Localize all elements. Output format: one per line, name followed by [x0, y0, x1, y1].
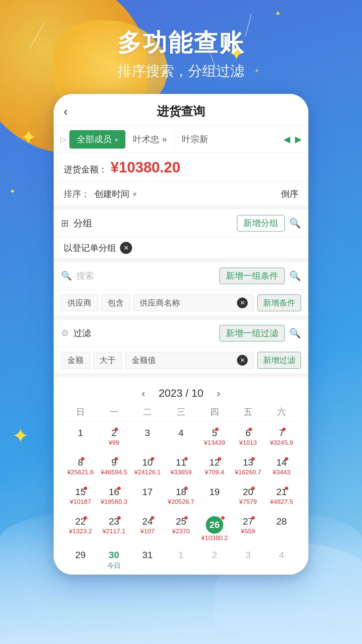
calendar-weekdays: 日 一 二 三 四 五 六 [64, 406, 298, 422]
search-filter-icon[interactable]: 🔍 [289, 270, 301, 281]
calendar-day[interactable]: 18¥20526.7 [164, 482, 198, 512]
calendar-day[interactable]: 1 [64, 423, 97, 452]
group-icon: ⊞ [61, 218, 69, 229]
calendar-day[interactable]: 6¥1013 [231, 423, 265, 452]
calendar-day[interactable]: 13¥16260.7 [231, 452, 265, 482]
calendar-day[interactable]: 11¥33659 [164, 452, 198, 482]
calendar-day[interactable]: 3 [131, 423, 164, 452]
search-label: 搜索 [76, 270, 215, 282]
sort-order[interactable]: 倒序 [281, 188, 298, 200]
calendar-day[interactable]: 1 [164, 545, 198, 575]
calendar-day[interactable]: 8¥25621.6 [64, 452, 97, 482]
filter-field-button[interactable]: 金额 [61, 352, 90, 369]
calendar-day[interactable]: 10¥24126.1 [131, 452, 164, 482]
play-icon: ▷ [60, 135, 66, 144]
calendar-nav: ‹ 2023 / 10 › [64, 384, 298, 406]
group-section-bar: ⊞ 分组 新增分组 🔍 [54, 210, 308, 237]
search-operator-button[interactable]: 包含 [101, 294, 130, 311]
group-tag-row: 以登记单分组 ✕ [54, 237, 308, 259]
calendar-day[interactable]: 7¥3245.9 [265, 423, 298, 452]
top-bar: ‹ 进货查询 [54, 94, 308, 126]
nav-arrows: ◀ ▶ [284, 134, 302, 145]
sort-bar: 排序： 创建时间 ▾ 倒序 [54, 182, 308, 206]
calendar-day[interactable]: 29 [64, 545, 97, 575]
weekday-mon: 一 [97, 406, 131, 418]
calendar-day[interactable]: 14¥3443 [265, 452, 298, 482]
search-value-field[interactable]: 供应商名称 ✕ [133, 294, 254, 311]
calendar-month: 2023 / 10 [159, 387, 203, 399]
search-condition-row: 供应商 包含 供应商名称 ✕ 新增条件 [54, 290, 308, 316]
filter-value-field[interactable]: 金额值 ✕ [125, 352, 254, 369]
filter-label: 过滤 [73, 327, 215, 339]
member-tab-2[interactable]: 叶宗新 [174, 130, 216, 149]
header-area: 多功能查账 排序搜索，分组过滤 [0, 27, 362, 80]
sort-dropdown-icon: ▾ [133, 190, 137, 199]
app-content: ‹ 进货查询 ▷ 全部成员 » 叶术忠 » 叶宗新 ◀ ▶ 进货金额： [54, 94, 308, 575]
calendar-day[interactable]: 19 [198, 482, 231, 512]
weekday-thu: 四 [198, 406, 231, 418]
phone-mockup: ‹ 进货查询 ▷ 全部成员 » 叶术忠 » 叶宗新 ◀ ▶ 进货金额： [54, 94, 308, 575]
filter-search-icon[interactable]: 🔍 [289, 328, 301, 339]
search-field-button[interactable]: 供应商 [61, 294, 98, 311]
calendar-day[interactable]: 23¥2117.1 [97, 512, 131, 545]
star-icon-5: ✦ [9, 188, 15, 195]
calendar-day[interactable]: 9¥46594.5 [97, 452, 131, 482]
star-icon-2: ✦ [275, 10, 281, 17]
weekday-wed: 三 [164, 406, 198, 418]
calendar-day[interactable]: 2¥99 [97, 423, 131, 452]
filter-value-clear[interactable]: ✕ [237, 355, 248, 366]
sort-field[interactable]: 创建时间 ▾ [95, 188, 276, 200]
group-label: 分组 [73, 217, 92, 230]
calendar-prev-button[interactable]: ‹ [142, 387, 145, 399]
calendar-day[interactable]: 24¥107 [131, 512, 164, 545]
member-tabs: ▷ 全部成员 » 叶术忠 » 叶宗新 ◀ ▶ [54, 126, 308, 153]
weekday-fri: 五 [231, 406, 265, 418]
member-tab-all[interactable]: 全部成员 » [69, 130, 125, 149]
add-search-sub-condition-button[interactable]: 新增条件 [257, 294, 301, 311]
member-tab-1[interactable]: 叶术忠 » [125, 130, 174, 149]
calendar-day[interactable]: 26¥10380.2 [198, 512, 231, 545]
calendar-day[interactable]: 27¥559 [231, 512, 265, 545]
nav-left-icon[interactable]: ◀ [284, 134, 290, 145]
add-filter-group-button[interactable]: 新增一组过滤 [220, 325, 285, 341]
back-button[interactable]: ‹ [64, 105, 68, 119]
filter-operator-button[interactable]: 大于 [93, 352, 122, 369]
weekday-sat: 六 [265, 406, 298, 418]
add-group-button[interactable]: 新增分组 [237, 215, 285, 231]
search-icon: 🔍 [61, 271, 72, 281]
star-icon-7: ✦ [12, 426, 29, 446]
calendar-grid: 12¥99345¥134396¥10137¥3245.98¥25621.69¥4… [64, 423, 298, 575]
nav-right-icon[interactable]: ▶ [295, 134, 302, 145]
calendar-section: ‹ 2023 / 10 › 日 一 二 三 四 五 六 12¥99345¥134… [54, 377, 308, 575]
main-title: 多功能查账 [0, 27, 362, 59]
group-search-icon[interactable]: 🔍 [289, 218, 301, 229]
calendar-day[interactable]: 25¥2370 [164, 512, 198, 545]
calendar-day[interactable]: 4 [164, 423, 198, 452]
calendar-next-button[interactable]: › [217, 387, 221, 399]
calendar-day[interactable]: 17 [131, 482, 164, 512]
amount-value: ¥10380.20 [111, 159, 180, 176]
star-icon-4: ✦ [20, 127, 37, 148]
chevrons2-icon: » [162, 134, 167, 145]
chevrons-icon: » [114, 136, 118, 143]
calendar-day[interactable]: 5¥13439 [198, 423, 231, 452]
calendar-day[interactable]: 3 [231, 545, 265, 575]
calendar-day[interactable]: 20¥7579 [231, 482, 265, 512]
calendar-day[interactable]: 30今日 [97, 545, 131, 575]
calendar-day[interactable]: 15¥10187 [64, 482, 97, 512]
calendar-day[interactable]: 21¥4827.5 [265, 482, 298, 512]
calendar-day[interactable]: 2 [198, 545, 231, 575]
calendar-day[interactable]: 22¥1323.2 [64, 512, 97, 545]
add-filter-sub-button[interactable]: 新增过滤 [257, 352, 301, 369]
weekday-sun: 日 [64, 406, 97, 418]
group-tag-remove[interactable]: ✕ [120, 242, 132, 254]
search-value-clear[interactable]: ✕ [237, 298, 248, 308]
calendar-day[interactable]: 12¥709.4 [198, 452, 231, 482]
sub-title: 排序搜索，分组过滤 [0, 62, 362, 80]
calendar-day[interactable]: 16¥19580.3 [97, 482, 131, 512]
calendar-day[interactable]: 31 [131, 545, 164, 575]
calendar-day[interactable]: 28 [265, 512, 298, 545]
add-search-condition-button[interactable]: 新增一组条件 [220, 268, 285, 284]
calendar-day[interactable]: 4 [265, 545, 298, 575]
filter-section-bar: ⚙ 过滤 新增一组过滤 🔍 [54, 320, 308, 347]
